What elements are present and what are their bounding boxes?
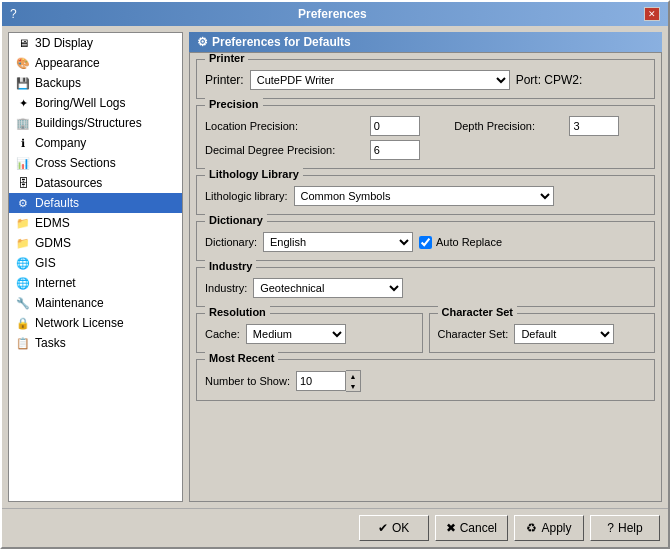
- sidebar-label-defaults: Defaults: [35, 196, 79, 210]
- resolution-section: Resolution Cache: Low Medium High: [196, 313, 423, 353]
- precision-grid: Location Precision: Depth Precision: Dec…: [205, 116, 646, 160]
- number-to-show-label: Number to Show:: [205, 375, 290, 387]
- 3d-display-icon: 🖥: [15, 35, 31, 51]
- sidebar-label-maintenance: Maintenance: [35, 296, 104, 310]
- lithology-select[interactable]: Common Symbols USCS ASTM: [294, 186, 554, 206]
- sidebar-item-buildings[interactable]: 🏢 Buildings/Structures: [9, 113, 182, 133]
- sidebar-item-company[interactable]: ℹ Company: [9, 133, 182, 153]
- dictionary-label: Dictionary:: [205, 236, 257, 248]
- help-label: Help: [618, 521, 643, 535]
- dictionary-section-label: Dictionary: [205, 214, 267, 226]
- footer: ✔ OK ✖ Cancel ♻ Apply ? Help: [2, 508, 668, 547]
- cancel-icon: ✖: [446, 521, 456, 535]
- printer-row: Printer: CutePDF Writer Microsoft Print …: [205, 70, 646, 90]
- sidebar-label-backups: Backups: [35, 76, 81, 90]
- lithology-section-label: Lithology Library: [205, 168, 303, 180]
- cancel-button[interactable]: ✖ Cancel: [435, 515, 508, 541]
- cache-select[interactable]: Low Medium High: [246, 324, 346, 344]
- spinner-up-button[interactable]: ▲: [346, 371, 360, 381]
- main-content: 🖥 3D Display 🎨 Appearance 💾 Backups ✦ Bo…: [2, 26, 668, 508]
- apply-icon: ♻: [526, 521, 537, 535]
- sidebar-item-gdms[interactable]: 📁 GDMS: [9, 233, 182, 253]
- sidebar-label-boring: Boring/Well Logs: [35, 96, 126, 110]
- printer-section: Printer Printer: CutePDF Writer Microsof…: [196, 59, 655, 99]
- panel-header-icon: ⚙: [197, 35, 208, 49]
- industry-select[interactable]: Geotechnical Environmental Mining Civil: [253, 278, 403, 298]
- sidebar-label-datasources: Datasources: [35, 176, 102, 190]
- sidebar-item-cross-sections[interactable]: 📊 Cross Sections: [9, 153, 182, 173]
- sidebar-label-gis: GIS: [35, 256, 56, 270]
- ok-icon: ✔: [378, 521, 388, 535]
- dictionary-select[interactable]: English Spanish French German: [263, 232, 413, 252]
- printer-port-label: Port: CPW2:: [516, 73, 583, 87]
- precision-section: Precision Location Precision: Depth Prec…: [196, 105, 655, 169]
- ok-label: OK: [392, 521, 409, 535]
- sidebar-label-edms: EDMS: [35, 216, 70, 230]
- sidebar-item-edms[interactable]: 📁 EDMS: [9, 213, 182, 233]
- resolution-section-label: Resolution: [205, 306, 270, 318]
- printer-select[interactable]: CutePDF Writer Microsoft Print to PDF XP…: [250, 70, 510, 90]
- charset-label: Character Set:: [438, 328, 509, 340]
- auto-replace-label: Auto Replace: [436, 236, 502, 248]
- sidebar-label-3d-display: 3D Display: [35, 36, 93, 50]
- sidebar-item-defaults[interactable]: ⚙ Defaults: [9, 193, 182, 213]
- spinner-down-button[interactable]: ▼: [346, 381, 360, 391]
- panel-body: Printer Printer: CutePDF Writer Microsof…: [189, 53, 662, 502]
- sidebar-item-tasks[interactable]: 📋 Tasks: [9, 333, 182, 353]
- number-to-show-input[interactable]: [296, 371, 346, 391]
- lithology-lib-label: Lithologic library:: [205, 190, 288, 202]
- sidebar-item-datasources[interactable]: 🗄 Datasources: [9, 173, 182, 193]
- window-title: Preferences: [21, 7, 644, 21]
- sidebar-item-network-license[interactable]: 🔒 Network License: [9, 313, 182, 333]
- industry-label: Industry:: [205, 282, 247, 294]
- gis-icon: 🌐: [15, 255, 31, 271]
- apply-button[interactable]: ♻ Apply: [514, 515, 584, 541]
- cross-sections-icon: 📊: [15, 155, 31, 171]
- auto-replace-checkbox[interactable]: [419, 236, 432, 249]
- sidebar-label-network-license: Network License: [35, 316, 124, 330]
- most-recent-section-label: Most Recent: [205, 352, 278, 364]
- industry-section: Industry Industry: Geotechnical Environm…: [196, 267, 655, 307]
- buildings-icon: 🏢: [15, 115, 31, 131]
- charset-section-label: Character Set: [438, 306, 518, 318]
- sidebar-item-gis[interactable]: 🌐 GIS: [9, 253, 182, 273]
- charset-select[interactable]: Default UTF-8 Latin-1: [514, 324, 614, 344]
- sidebar-label-buildings: Buildings/Structures: [35, 116, 142, 130]
- gdms-icon: 📁: [15, 235, 31, 251]
- sidebar-item-3d-display[interactable]: 🖥 3D Display: [9, 33, 182, 53]
- title-controls: ✕: [644, 7, 660, 21]
- spinner-wrap: ▲ ▼: [296, 370, 361, 392]
- sidebar-item-appearance[interactable]: 🎨 Appearance: [9, 53, 182, 73]
- depth-precision-input[interactable]: [569, 116, 619, 136]
- backups-icon: 💾: [15, 75, 31, 91]
- help-button[interactable]: ? Help: [590, 515, 660, 541]
- sidebar-label-appearance: Appearance: [35, 56, 100, 70]
- preferences-window: ? Preferences ✕ 🖥 3D Display 🎨 Appearanc…: [0, 0, 670, 549]
- title-bar: ? Preferences ✕: [2, 2, 668, 26]
- network-license-icon: 🔒: [15, 315, 31, 331]
- charset-row: Character Set: Default UTF-8 Latin-1: [438, 324, 647, 344]
- lithology-section: Lithology Library Lithologic library: Co…: [196, 175, 655, 215]
- sidebar-item-boring-well-logs[interactable]: ✦ Boring/Well Logs: [9, 93, 182, 113]
- sidebar-item-backups[interactable]: 💾 Backups: [9, 73, 182, 93]
- datasources-icon: 🗄: [15, 175, 31, 191]
- sidebar-item-internet[interactable]: 🌐 Internet: [9, 273, 182, 293]
- dictionary-row: Dictionary: English Spanish French Germa…: [205, 232, 646, 252]
- auto-replace-row: Auto Replace: [419, 236, 502, 249]
- sidebar-item-maintenance[interactable]: 🔧 Maintenance: [9, 293, 182, 313]
- panel-header-title: Preferences for Defaults: [212, 35, 351, 49]
- decimal-degree-label: Decimal Degree Precision:: [205, 144, 362, 156]
- decimal-degree-input[interactable]: [370, 140, 420, 160]
- sidebar-label-gdms: GDMS: [35, 236, 71, 250]
- sidebar-label-internet: Internet: [35, 276, 76, 290]
- sidebar: 🖥 3D Display 🎨 Appearance 💾 Backups ✦ Bo…: [8, 32, 183, 502]
- cache-label: Cache:: [205, 328, 240, 340]
- title-help-icon[interactable]: ?: [10, 7, 17, 21]
- close-button[interactable]: ✕: [644, 7, 660, 21]
- bottom-sections: Resolution Cache: Low Medium High Charac…: [196, 313, 655, 353]
- most-recent-row: Number to Show: ▲ ▼: [205, 370, 646, 392]
- ok-button[interactable]: ✔ OK: [359, 515, 429, 541]
- location-precision-input[interactable]: [370, 116, 420, 136]
- help-icon: ?: [607, 521, 614, 535]
- lithology-row: Lithologic library: Common Symbols USCS …: [205, 186, 646, 206]
